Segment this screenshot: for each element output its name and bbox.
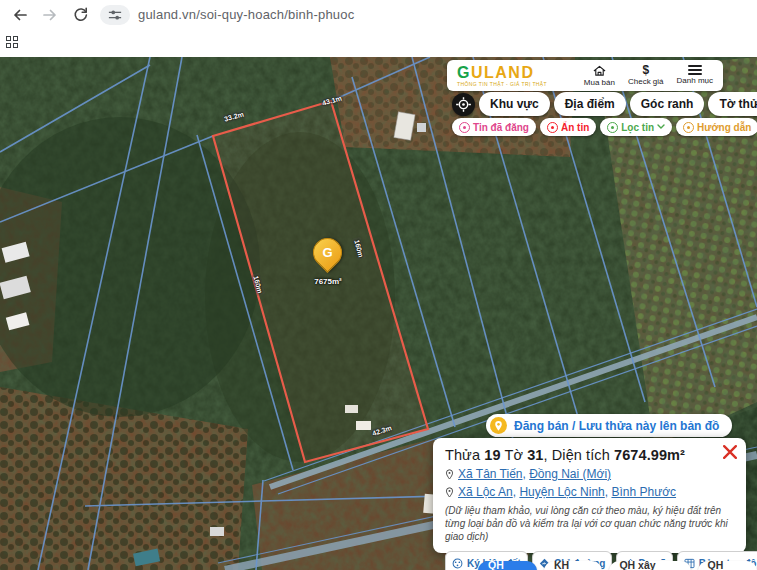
circle-dot-icon <box>607 122 618 133</box>
location-row: Xã Tân Tiến, Đồng Nai (Mới) <box>445 467 734 481</box>
marker-logo-glyph: G <box>314 239 341 266</box>
circle-dot-icon <box>683 122 694 133</box>
disclaimer-text: (Dữ liệu tham khảo, vui lòng căn cứ theo… <box>445 504 734 544</box>
header-menu: Mua bán $ Check giá Danh mục <box>584 64 713 87</box>
filter-tin-da-dang[interactable]: Tin đã đăng <box>452 118 536 136</box>
filter-huong-dan[interactable]: Hướng dẫn <box>676 118 757 136</box>
logo-tagline: THÔNG TIN THẬT - GIÁ TRỊ THẬT <box>457 82 547 87</box>
tab-qh-khac[interactable]: QH khác <box>698 561 757 570</box>
tab-to-thua[interactable]: Tờ thửa <box>708 92 757 116</box>
circle-dot-icon <box>547 122 558 133</box>
location-link[interactable]: Đồng Nai (Mới) <box>529 467 611 481</box>
url-text[interactable]: guland.vn/soi-quy-hoach/binh-phuoc <box>138 7 354 22</box>
crosshair-icon <box>455 96 472 113</box>
browser-toolbar: guland.vn/soi-quy-hoach/binh-phuoc <box>0 0 757 29</box>
locate-button[interactable] <box>452 93 475 116</box>
forward-icon[interactable] <box>40 5 60 25</box>
menu-item-mua-ban[interactable]: Mua bán <box>584 64 615 87</box>
location-link[interactable]: Xã Lộc An <box>458 485 513 499</box>
site-settings-icon[interactable] <box>100 5 130 25</box>
location-link[interactable]: Bình Phước <box>611 485 676 499</box>
tab-goc-ranh[interactable]: Góc ranh <box>630 92 705 116</box>
circle-dot-icon <box>459 122 470 133</box>
location-row: Xã Lộc An, Huyện Lộc Ninh, Bình Phước <box>445 485 734 499</box>
location-link[interactable]: Xã Tân Tiến <box>458 467 523 481</box>
close-button[interactable] <box>723 445 737 459</box>
location-link[interactable]: Huyện Lộc Ninh <box>519 485 604 499</box>
apps-grid-icon[interactable] <box>6 36 19 49</box>
back-icon[interactable] <box>10 5 30 25</box>
menu-item-danh-muc[interactable]: Danh mục <box>677 64 713 87</box>
pin-icon <box>490 417 507 434</box>
plan-tabs: QH 2030 KH 2025 QH xây dựng QH khác <box>478 561 757 570</box>
map-toolbar: Khu vực Địa điểm Góc ranh Tờ thửa <box>452 92 757 116</box>
bookmarks-bar <box>0 29 757 57</box>
tab-dia-diem[interactable]: Địa điểm <box>554 92 626 116</box>
guland-logo[interactable]: GULAND THÔNG TIN THẬT - GIÁ TRỊ THẬT <box>457 65 547 87</box>
tab-khu-vuc[interactable]: Khu vực <box>479 92 550 116</box>
location-pin-icon <box>445 469 454 480</box>
logo-rest: ULAND <box>471 64 535 81</box>
close-icon <box>723 445 737 459</box>
parcel-info-card: Thửa 19 Tờ 31, Diện tích 7674.99m² Xã Tâ… <box>433 438 746 553</box>
house-icon <box>592 64 607 77</box>
tab-qh-xay-dung[interactable]: QH xây dựng <box>609 561 690 570</box>
address-bar[interactable]: guland.vn/soi-quy-hoach/binh-phuoc <box>100 5 354 25</box>
app-window: guland.vn/soi-quy-hoach/binh-phuoc <box>0 0 757 570</box>
tab-qh-2030[interactable]: QH 2030 <box>478 561 537 570</box>
dollar-icon: $ <box>642 64 649 76</box>
site-header: GULAND THÔNG TIN THẬT - GIÁ TRỊ THẬT Mua… <box>447 60 723 91</box>
parcel-area-label: 7675m² <box>300 277 356 286</box>
save-parcel-button[interactable]: Đăng bán / Lưu thửa này lên bản đồ <box>486 414 732 437</box>
refresh-icon[interactable] <box>70 5 90 25</box>
filter-toolbar: Tin đã đăng Ẩn tin Lọc tin Hướng dẫn <box>452 118 757 136</box>
location-pin-icon <box>445 487 454 498</box>
chevron-down-icon <box>657 124 665 130</box>
palette-icon <box>452 558 463 569</box>
parcel-title: Thửa 19 Tờ 31, Diện tích 7674.99m² <box>445 447 734 463</box>
filter-loc-tin[interactable]: Lọc tin <box>600 118 672 136</box>
tab-kh-2025[interactable]: KH 2025 <box>544 561 602 570</box>
filter-an-tin[interactable]: Ẩn tin <box>540 118 596 136</box>
menu-icon <box>688 65 702 75</box>
menu-item-check-gia[interactable]: $ Check giá <box>628 64 664 87</box>
logo-g: G <box>457 64 471 81</box>
